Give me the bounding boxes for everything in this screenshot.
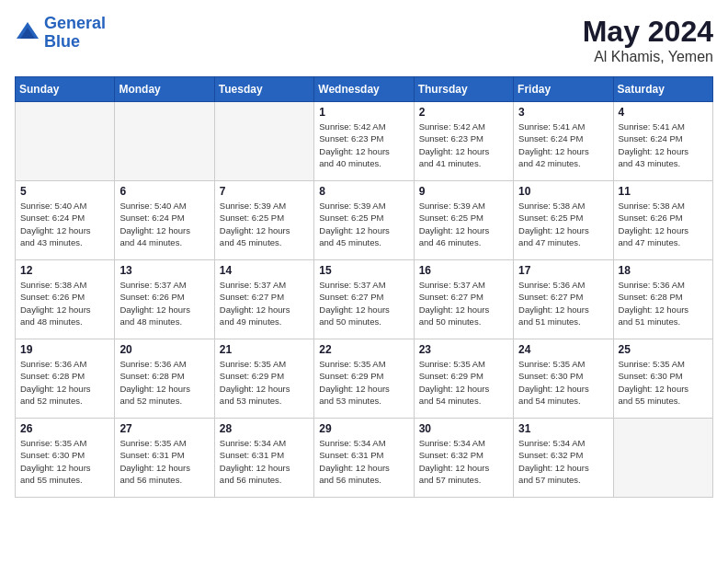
- day-info: Sunrise: 5:39 AM Sunset: 6:25 PM Dayligh…: [319, 200, 408, 248]
- logo-icon: [15, 20, 40, 46]
- day-header-thursday: Thursday: [414, 77, 513, 102]
- day-number: 25: [619, 343, 708, 356]
- day-info: Sunrise: 5:42 AM Sunset: 6:23 PM Dayligh…: [319, 121, 408, 169]
- day-info: Sunrise: 5:35 AM Sunset: 6:30 PM Dayligh…: [20, 437, 109, 486]
- location: Al Khamis, Yemen: [583, 49, 713, 65]
- calendar-cell: 16Sunrise: 5:37 AM Sunset: 6:27 PM Dayli…: [414, 260, 513, 339]
- day-number: 20: [119, 343, 209, 356]
- day-info: Sunrise: 5:37 AM Sunset: 6:27 PM Dayligh…: [419, 279, 508, 327]
- day-number: 24: [518, 343, 608, 356]
- day-number: 17: [518, 264, 608, 277]
- day-header-saturday: Saturday: [613, 77, 712, 102]
- calendar-cell: [214, 102, 313, 181]
- calendar-cell: 21Sunrise: 5:35 AM Sunset: 6:29 PM Dayli…: [214, 339, 313, 419]
- day-number: 12: [20, 264, 109, 277]
- day-number: 21: [220, 343, 309, 356]
- calendar-table: SundayMondayTuesdayWednesdayThursdayFrid…: [15, 76, 713, 498]
- day-info: Sunrise: 5:40 AM Sunset: 6:24 PM Dayligh…: [20, 200, 109, 248]
- day-number: 22: [319, 343, 408, 356]
- day-number: 11: [619, 185, 708, 198]
- calendar-cell: 28Sunrise: 5:34 AM Sunset: 6:31 PM Dayli…: [214, 419, 313, 498]
- week-row-5: 26Sunrise: 5:35 AM Sunset: 6:30 PM Dayli…: [16, 419, 713, 498]
- month-year: May 2024: [583, 15, 713, 49]
- day-info: Sunrise: 5:37 AM Sunset: 6:27 PM Dayligh…: [319, 279, 408, 327]
- day-info: Sunrise: 5:36 AM Sunset: 6:27 PM Dayligh…: [518, 279, 608, 327]
- page-header: General Blue May 2024 Al Khamis, Yemen: [15, 15, 713, 65]
- day-info: Sunrise: 5:36 AM Sunset: 6:28 PM Dayligh…: [619, 279, 708, 327]
- day-info: Sunrise: 5:36 AM Sunset: 6:28 PM Dayligh…: [119, 358, 209, 407]
- calendar-cell: 20Sunrise: 5:36 AM Sunset: 6:28 PM Dayli…: [115, 339, 214, 419]
- day-number: 5: [20, 185, 109, 198]
- calendar-cell: 26Sunrise: 5:35 AM Sunset: 6:30 PM Dayli…: [16, 419, 115, 498]
- day-number: 23: [419, 343, 508, 356]
- day-number: 28: [220, 422, 309, 435]
- day-number: 29: [319, 422, 408, 435]
- day-number: 31: [518, 422, 608, 435]
- day-number: 7: [220, 185, 309, 198]
- calendar-cell: 10Sunrise: 5:38 AM Sunset: 6:25 PM Dayli…: [514, 181, 613, 260]
- calendar-cell: 6Sunrise: 5:40 AM Sunset: 6:24 PM Daylig…: [115, 181, 214, 260]
- week-row-3: 12Sunrise: 5:38 AM Sunset: 6:26 PM Dayli…: [16, 260, 713, 339]
- day-number: 30: [419, 422, 508, 435]
- calendar-cell: 27Sunrise: 5:35 AM Sunset: 6:31 PM Dayli…: [115, 419, 214, 498]
- calendar-cell: 15Sunrise: 5:37 AM Sunset: 6:27 PM Dayli…: [314, 260, 414, 339]
- day-number: 9: [419, 185, 508, 198]
- day-info: Sunrise: 5:36 AM Sunset: 6:28 PM Dayligh…: [20, 358, 109, 407]
- calendar-cell: 17Sunrise: 5:36 AM Sunset: 6:27 PM Dayli…: [514, 260, 613, 339]
- calendar-cell: 18Sunrise: 5:36 AM Sunset: 6:28 PM Dayli…: [613, 260, 712, 339]
- day-info: Sunrise: 5:34 AM Sunset: 6:32 PM Dayligh…: [518, 437, 608, 486]
- calendar-cell: 19Sunrise: 5:36 AM Sunset: 6:28 PM Dayli…: [16, 339, 115, 419]
- calendar-cell: 8Sunrise: 5:39 AM Sunset: 6:25 PM Daylig…: [314, 181, 414, 260]
- day-number: 19: [20, 343, 109, 356]
- calendar-cell: 23Sunrise: 5:35 AM Sunset: 6:29 PM Dayli…: [414, 339, 513, 419]
- calendar-header-row: SundayMondayTuesdayWednesdayThursdayFrid…: [16, 77, 713, 102]
- day-info: Sunrise: 5:37 AM Sunset: 6:26 PM Dayligh…: [119, 279, 209, 327]
- calendar-cell: 24Sunrise: 5:35 AM Sunset: 6:30 PM Dayli…: [514, 339, 613, 419]
- day-info: Sunrise: 5:42 AM Sunset: 6:23 PM Dayligh…: [419, 121, 508, 169]
- calendar-cell: 2Sunrise: 5:42 AM Sunset: 6:23 PM Daylig…: [414, 102, 513, 181]
- week-row-2: 5Sunrise: 5:40 AM Sunset: 6:24 PM Daylig…: [16, 181, 713, 260]
- day-header-tuesday: Tuesday: [214, 77, 313, 102]
- day-info: Sunrise: 5:34 AM Sunset: 6:31 PM Dayligh…: [319, 437, 408, 486]
- day-info: Sunrise: 5:35 AM Sunset: 6:31 PM Dayligh…: [119, 437, 209, 486]
- day-info: Sunrise: 5:40 AM Sunset: 6:24 PM Dayligh…: [119, 200, 209, 248]
- day-number: 27: [119, 422, 209, 435]
- calendar-cell: 7Sunrise: 5:39 AM Sunset: 6:25 PM Daylig…: [214, 181, 313, 260]
- day-number: 14: [220, 264, 309, 277]
- logo-line1: General: [44, 14, 106, 32]
- day-info: Sunrise: 5:34 AM Sunset: 6:31 PM Dayligh…: [220, 437, 309, 486]
- day-info: Sunrise: 5:38 AM Sunset: 6:25 PM Dayligh…: [518, 200, 608, 248]
- day-info: Sunrise: 5:39 AM Sunset: 6:25 PM Dayligh…: [220, 200, 309, 248]
- logo: General Blue: [15, 15, 106, 52]
- calendar-cell: 9Sunrise: 5:39 AM Sunset: 6:25 PM Daylig…: [414, 181, 513, 260]
- calendar-cell: 14Sunrise: 5:37 AM Sunset: 6:27 PM Dayli…: [214, 260, 313, 339]
- calendar-cell: [115, 102, 214, 181]
- calendar-cell: 12Sunrise: 5:38 AM Sunset: 6:26 PM Dayli…: [16, 260, 115, 339]
- calendar-cell: 25Sunrise: 5:35 AM Sunset: 6:30 PM Dayli…: [613, 339, 712, 419]
- day-info: Sunrise: 5:41 AM Sunset: 6:24 PM Dayligh…: [518, 121, 608, 169]
- day-header-sunday: Sunday: [16, 77, 115, 102]
- title-block: May 2024 Al Khamis, Yemen: [583, 15, 713, 65]
- day-number: 26: [20, 422, 109, 435]
- day-number: 16: [419, 264, 508, 277]
- calendar-cell: [16, 102, 115, 181]
- day-header-monday: Monday: [115, 77, 214, 102]
- calendar-cell: 13Sunrise: 5:37 AM Sunset: 6:26 PM Dayli…: [115, 260, 214, 339]
- logo-text: General Blue: [44, 15, 106, 52]
- day-number: 18: [619, 264, 708, 277]
- day-info: Sunrise: 5:34 AM Sunset: 6:32 PM Dayligh…: [419, 437, 508, 486]
- week-row-1: 1Sunrise: 5:42 AM Sunset: 6:23 PM Daylig…: [16, 102, 713, 181]
- calendar-cell: 30Sunrise: 5:34 AM Sunset: 6:32 PM Dayli…: [414, 419, 513, 498]
- calendar-cell: 22Sunrise: 5:35 AM Sunset: 6:29 PM Dayli…: [314, 339, 414, 419]
- calendar-cell: 11Sunrise: 5:38 AM Sunset: 6:26 PM Dayli…: [613, 181, 712, 260]
- day-number: 3: [518, 106, 608, 119]
- calendar-cell: 4Sunrise: 5:41 AM Sunset: 6:24 PM Daylig…: [613, 102, 712, 181]
- day-info: Sunrise: 5:37 AM Sunset: 6:27 PM Dayligh…: [220, 279, 309, 327]
- day-info: Sunrise: 5:39 AM Sunset: 6:25 PM Dayligh…: [419, 200, 508, 248]
- day-number: 2: [419, 106, 508, 119]
- day-number: 10: [518, 185, 608, 198]
- calendar-cell: 31Sunrise: 5:34 AM Sunset: 6:32 PM Dayli…: [514, 419, 613, 498]
- day-number: 13: [119, 264, 209, 277]
- day-info: Sunrise: 5:38 AM Sunset: 6:26 PM Dayligh…: [619, 200, 708, 248]
- day-info: Sunrise: 5:35 AM Sunset: 6:29 PM Dayligh…: [319, 358, 408, 407]
